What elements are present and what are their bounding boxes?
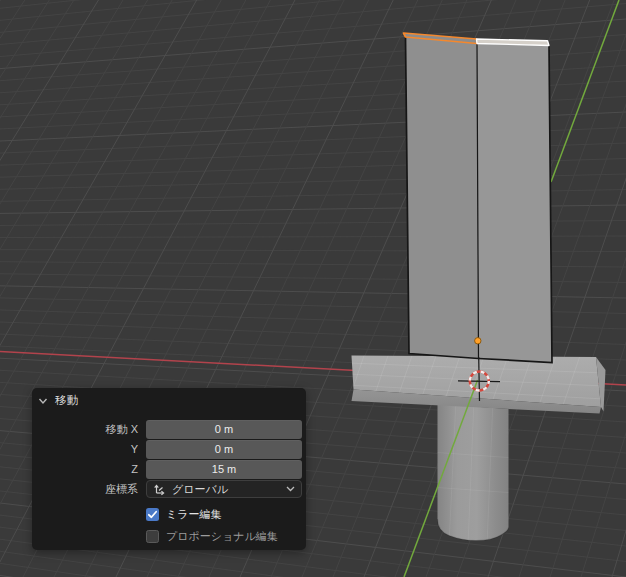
panel-title: 移動 bbox=[55, 393, 78, 408]
blade-mesh[interactable] bbox=[404, 33, 553, 363]
field-label-x: 移動 X bbox=[32, 420, 138, 439]
proportional-editing-checkbox[interactable] bbox=[146, 530, 159, 543]
operator-panel: 移動 移動 X 0 m Y 0 m Z 15 m 座標系 グローバル ミラー編集 bbox=[32, 388, 306, 550]
move-y-field[interactable]: 0 m bbox=[146, 440, 302, 459]
orientation-label: 座標系 bbox=[32, 480, 138, 498]
panel-header[interactable]: 移動 bbox=[38, 393, 78, 408]
chevron-down-icon bbox=[286, 486, 295, 492]
origin-point bbox=[475, 338, 481, 344]
proportional-editing-label: プロポーショナル編集 bbox=[166, 529, 278, 544]
orientation-value: グローバル bbox=[172, 482, 280, 497]
mirror-editing-label: ミラー編集 bbox=[166, 507, 222, 522]
field-label-z: Z bbox=[32, 460, 138, 479]
y-axis-line bbox=[551, 0, 619, 182]
field-label-y: Y bbox=[32, 440, 138, 459]
orientation-dropdown[interactable]: グローバル bbox=[146, 480, 302, 498]
crossguard-mesh[interactable] bbox=[344, 350, 606, 414]
check-icon bbox=[147, 509, 158, 520]
move-z-field[interactable]: 15 m bbox=[146, 460, 302, 479]
mirror-editing-checkbox[interactable] bbox=[146, 508, 159, 521]
orientation-icon bbox=[153, 483, 166, 496]
move-x-field[interactable]: 0 m bbox=[146, 420, 302, 439]
chevron-down-icon bbox=[38, 397, 48, 405]
